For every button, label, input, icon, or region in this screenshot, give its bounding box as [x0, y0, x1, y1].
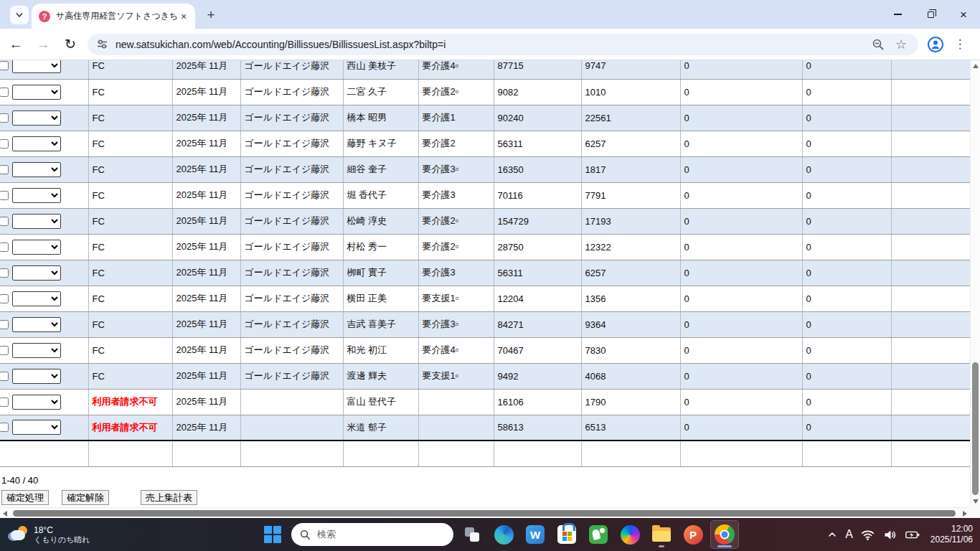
tab-title: サ高住専用経営ソフトさつきちゃん [56, 10, 178, 22]
scroll-left-icon[interactable] [3, 511, 7, 517]
amount1-cell: 56311 [494, 131, 581, 156]
site-info-icon[interactable] [96, 38, 108, 50]
battery-icon[interactable] [901, 520, 924, 549]
taskbar-app-green[interactable] [584, 520, 613, 549]
table-row: FC 2025年 11月 ゴールドエイジ藤沢 二宮 久子 要介護2▫ 9082 … [0, 79, 970, 105]
ime-indicator[interactable]: A [842, 520, 857, 549]
amount1-cell: 9492 [494, 363, 581, 389]
resident-name-cell: 二宮 久子 [343, 79, 418, 105]
tab-close-icon[interactable]: × [178, 11, 189, 22]
window-restore-button[interactable] [914, 0, 947, 29]
row-checkbox[interactable] [0, 165, 9, 174]
start-button[interactable] [258, 520, 287, 549]
new-tab-button[interactable]: + [202, 6, 220, 24]
horizontal-scroll-thumb[interactable] [13, 510, 956, 517]
row-checkbox[interactable] [0, 294, 9, 303]
browser-menu-icon[interactable]: ⋮ [951, 37, 969, 52]
row-action-select[interactable] [12, 214, 61, 229]
amount1-cell: 70116 [494, 182, 581, 208]
profile-avatar-icon[interactable] [927, 36, 944, 53]
month-cell: 2025年 11月 [172, 260, 240, 286]
row-action-select[interactable] [12, 395, 61, 410]
table-row: FC 2025年 11月 ゴールドエイジ藤沢 渡邊 輝夫 要支援1▫ 9492 … [0, 363, 970, 389]
care-level-cell: 要介護2▫ [418, 208, 494, 234]
back-button[interactable]: ← [4, 33, 27, 56]
scroll-up-icon[interactable] [973, 64, 979, 68]
row-checkbox[interactable] [0, 113, 9, 123]
task-view-button[interactable] [458, 520, 486, 549]
row-checkbox[interactable] [0, 372, 9, 381]
taskbar-app-copilot[interactable] [616, 520, 644, 549]
taskbar-app-word[interactable]: W [521, 520, 550, 549]
row-action-select[interactable] [12, 291, 61, 306]
row-action-select[interactable] [12, 317, 61, 332]
taskbar-app-powerpoint[interactable]: P [679, 520, 707, 549]
row-action-select[interactable] [12, 85, 61, 100]
facility-cell: ゴールドエイジ藤沢 [240, 363, 343, 389]
row-checkbox[interactable] [0, 346, 9, 355]
row-checkbox[interactable] [0, 423, 9, 432]
window-minimize-button[interactable] [881, 0, 914, 29]
row-checkbox[interactable] [0, 139, 9, 149]
volume-icon[interactable] [879, 520, 901, 549]
address-bar[interactable]: new.satsukichan.com/web/Accounting/Billi… [88, 34, 918, 55]
close-icon: × [960, 9, 967, 21]
confirm-button[interactable]: 確定処理 [1, 490, 49, 505]
vertical-scroll-thumb[interactable] [972, 362, 979, 495]
row-checkbox[interactable] [0, 61, 9, 70]
tray-show-hidden-icons[interactable] [823, 520, 842, 549]
horizontal-scrollbar[interactable] [0, 507, 970, 518]
amount3-cell: 0 [680, 260, 802, 286]
taskbar-clock[interactable]: 12:00 2025/11/06 [930, 524, 973, 545]
row-checkbox[interactable] [0, 88, 9, 97]
care-level-cell: 要介護2 [418, 131, 494, 156]
amount4-cell: 0 [802, 105, 891, 131]
vertical-scrollbar[interactable] [970, 60, 980, 507]
care-level-cell: 要介護3▫ [418, 156, 494, 182]
chevron-up-icon [826, 529, 838, 540]
forward-button[interactable]: → [32, 33, 55, 56]
row-action-select[interactable] [12, 110, 61, 126]
row-action-select[interactable] [12, 420, 61, 435]
tab-search-button[interactable] [10, 6, 29, 24]
table-row: 利用者請求不可 2025年 11月 米道 郁子 58613 6513 0 0 [0, 415, 970, 441]
row-action-select[interactable] [12, 265, 61, 281]
row-checkbox[interactable] [0, 242, 9, 252]
empty-cell [891, 260, 970, 286]
scroll-down-icon[interactable] [973, 499, 979, 504]
weather-widget[interactable]: 18°C くもりのち晴れ [7, 524, 90, 545]
browser-toolbar: ← → ↻ new.satsukichan.com/web/Accounting… [0, 29, 980, 60]
scroll-right-icon[interactable] [963, 511, 967, 517]
amount3-cell: 0 [680, 60, 802, 79]
row-checkbox[interactable] [0, 191, 9, 200]
reload-button[interactable]: ↻ [59, 33, 82, 56]
window-close-button[interactable]: × [947, 0, 980, 29]
row-checkbox[interactable] [0, 397, 9, 407]
row-action-select[interactable] [12, 162, 61, 177]
unconfirm-button[interactable]: 確定解除 [62, 490, 109, 505]
zoom-out-indicator-icon[interactable] [870, 36, 887, 53]
taskbar-app-explorer[interactable] [647, 520, 676, 549]
row-checkbox[interactable] [0, 217, 9, 226]
row-action-select[interactable] [12, 343, 61, 358]
bookmark-star-icon[interactable]: ☆ [892, 36, 910, 53]
row-action-select[interactable] [12, 60, 61, 73]
taskbar-app-chrome[interactable] [710, 520, 739, 549]
empty-cell [891, 156, 970, 182]
amount2-cell: 6257 [581, 131, 680, 156]
row-action-select[interactable] [12, 240, 61, 255]
facility-cell [240, 415, 343, 441]
row-action-select[interactable] [12, 369, 61, 384]
row-action-select[interactable] [12, 136, 61, 151]
browser-tab[interactable]: ? サ高住専用経営ソフトさつきちゃん × [32, 4, 195, 29]
taskbar-search[interactable]: 検索 [291, 523, 453, 546]
row-action-select[interactable] [12, 188, 61, 203]
amount1-cell: 16106 [494, 389, 581, 415]
empty-cell [891, 337, 970, 363]
taskbar-app-edge[interactable] [489, 520, 518, 549]
wifi-icon[interactable] [857, 520, 879, 549]
row-checkbox[interactable] [0, 320, 9, 329]
sales-summary-button[interactable]: 売上集計表 [141, 490, 197, 505]
row-checkbox[interactable] [0, 268, 9, 278]
taskbar-app-store[interactable] [552, 520, 581, 549]
